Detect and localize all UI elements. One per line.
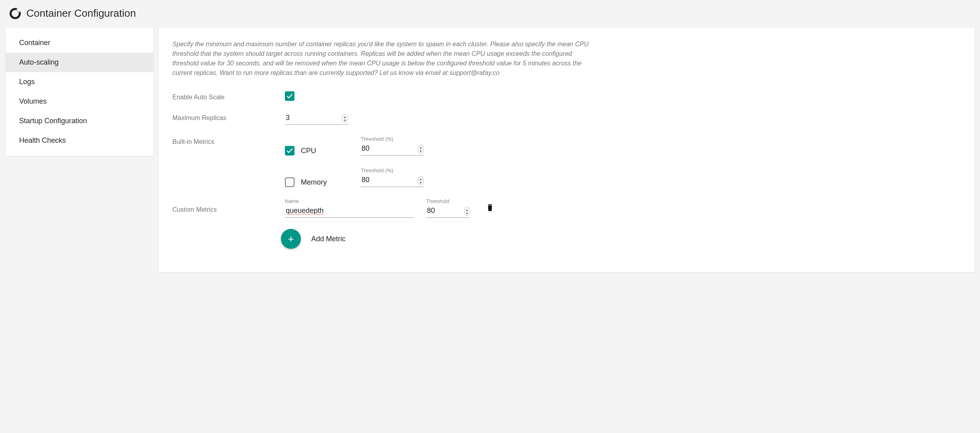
section-description: Specify the minimum and maximum number o… — [172, 39, 595, 78]
svg-rect-0 — [488, 204, 492, 205]
custom-metric-name-input[interactable] — [285, 205, 414, 218]
memory-threshold-input[interactable] — [361, 174, 424, 187]
cpu-threshold-caption: Threshold (%) — [361, 136, 424, 142]
sidebar-item-health-checks[interactable]: Health Checks — [6, 131, 153, 150]
cpu-checkbox[interactable] — [285, 146, 294, 155]
add-metric-button[interactable]: + — [281, 229, 301, 249]
add-metric-label: Add Metric — [311, 235, 346, 243]
sidebar-item-auto-scaling[interactable]: Auto-scaling — [6, 53, 153, 72]
max-replicas-input[interactable] — [285, 112, 348, 125]
page-header: Container Configuration — [6, 5, 974, 28]
sidebar-item-label: Health Checks — [19, 136, 66, 144]
sidebar-item-logs[interactable]: Logs — [6, 72, 153, 92]
memory-label: Memory — [301, 178, 327, 187]
max-replicas-label: Maximum Replicas — [172, 112, 285, 122]
memory-threshold-caption: Threshold (%) — [361, 167, 424, 173]
page-title: Container Configuration — [26, 7, 136, 20]
max-replicas-stepper[interactable]: ▲▼ — [342, 114, 348, 123]
sidebar-item-label: Auto-scaling — [19, 58, 59, 66]
enable-auto-scale-checkbox[interactable] — [285, 91, 294, 101]
custom-metric-threshold-input[interactable] — [426, 205, 470, 218]
builtin-metrics-label: Built-in Metrics — [172, 136, 285, 146]
content-panel: Specify the minimum and maximum number o… — [159, 28, 974, 272]
cpu-label: CPU — [301, 147, 316, 155]
cpu-threshold-input[interactable] — [361, 143, 424, 155]
delete-metric-icon[interactable] — [486, 203, 494, 212]
custom-threshold-caption: Threshold — [426, 198, 470, 204]
sidebar: Container Auto-scaling Logs Volumes Star… — [6, 28, 153, 156]
logo-icon — [10, 8, 21, 19]
sidebar-item-label: Logs — [19, 78, 35, 86]
custom-metric-threshold-stepper[interactable]: ▲▼ — [464, 207, 470, 216]
sidebar-item-label: Startup Configuration — [19, 117, 87, 125]
sidebar-item-label: Container — [19, 39, 50, 47]
cpu-threshold-stepper[interactable]: ▲▼ — [418, 145, 424, 154]
custom-name-caption: Name — [285, 198, 414, 204]
enable-auto-scale-label: Enable Auto Scale — [172, 91, 285, 101]
sidebar-item-volumes[interactable]: Volumes — [6, 92, 153, 111]
sidebar-item-label: Volumes — [19, 97, 47, 105]
sidebar-item-startup-configuration[interactable]: Startup Configuration — [6, 111, 153, 131]
custom-metrics-label: Custom Metrics — [172, 198, 285, 213]
memory-threshold-stepper[interactable]: ▲▼ — [418, 176, 424, 185]
memory-checkbox[interactable] — [285, 177, 294, 187]
sidebar-item-container[interactable]: Container — [6, 33, 153, 53]
